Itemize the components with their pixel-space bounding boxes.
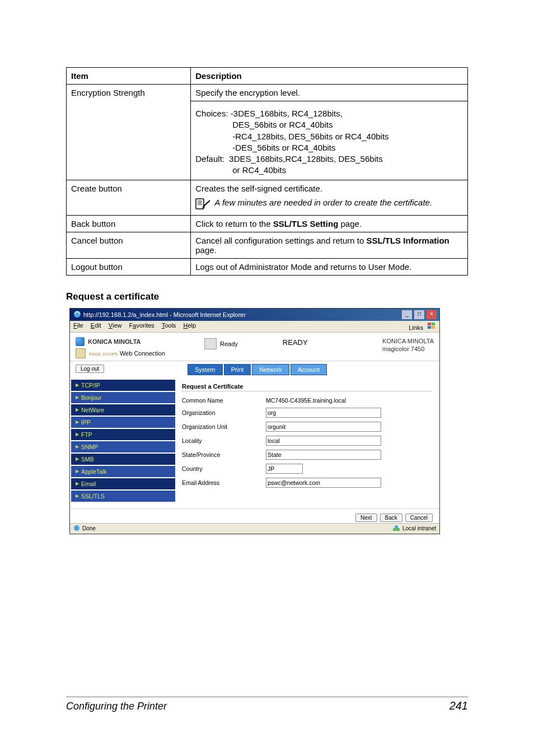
next-button[interactable]: Next [355,514,377,522]
row-encryption-desc1: Specify the encryption level. [191,85,468,101]
val-common-name: MC7450-C4395E.training.local [266,397,346,404]
pagescope-icon [76,348,86,358]
brand-text: KONICA MINOLTA [88,338,141,345]
ready-small: Ready [220,340,238,347]
row-encryption-item: Encryption Strength [67,85,191,180]
menu-view[interactable]: View [109,322,122,329]
lbl-common-name: Common Name [182,397,266,404]
maximize-button[interactable]: □ [414,310,425,320]
row-cancel-desc: Cancel all configuration settings and re… [191,232,468,258]
form-area: Request a Certificate Common Name MC7450… [175,380,438,503]
sidebar-item-bonjour[interactable]: ▶Bonjour [71,392,175,403]
row-logout-item: Logout button [67,258,191,275]
menu-file[interactable]: FFileile [73,322,83,329]
sidebar-item-tcpip[interactable]: ▶TCP/IP [71,380,175,391]
menu-tools[interactable]: Tools [162,322,176,329]
menu-favorites[interactable]: Favorites [129,322,154,329]
back-button[interactable]: Back [380,514,402,522]
th-item: Item [67,68,191,85]
lbl-locality: Locality [182,437,266,444]
input-orgunit[interactable] [266,422,381,432]
row-create-desc: Creates the self-signed certificate. A f… [191,180,468,215]
sidebar-item-ipp[interactable]: ▶IPP [71,417,175,428]
ie-flag-icon [427,324,436,331]
sidebar-item-ftp[interactable]: ▶FTP [71,429,175,440]
ie-title: http://192.168.1.2/a_index.html - Micros… [83,311,246,318]
logout-button[interactable]: Log out [76,365,104,373]
menu-help[interactable]: Help [183,322,196,329]
footer-left: Configuring the Printer [66,701,167,712]
right-brand: KONICA MINOLTA magicolor 7450 [382,337,434,353]
cancel-button[interactable]: Cancel [405,514,433,522]
ie-statusbar: Done Local intranet [70,523,439,534]
status-zone: Local intranet [402,525,436,531]
ie-titlebar: http://192.168.1.2/a_index.html - Micros… [70,309,439,321]
webconn-label: PAGE SCOPE Web Connection [89,350,165,357]
sidebar-item-snmp[interactable]: ▶SNMP [71,441,175,452]
header-area: KONICA MINOLTA PAGE SCOPE Web Connection… [70,333,439,361]
input-locality[interactable] [266,436,381,446]
lbl-state: State/Province [182,451,266,458]
row-cancel-item: Cancel button [67,232,191,258]
brand-logo-icon [76,337,85,346]
ready-big: READY [283,338,308,347]
status-done: Done [82,525,96,531]
row-logout-desc: Logs out of Administrator Mode and retur… [191,258,468,275]
links-label[interactable]: Links [409,324,423,331]
svg-rect-0 [196,199,204,209]
row-create-item: Create button [67,180,191,215]
printer-icon [204,338,217,349]
row-create-note: A few minutes are needed in order to cre… [214,198,432,207]
lbl-country: Country [182,465,266,472]
lbl-email: Email Address [182,479,266,486]
sidebar-item-ssltls[interactable]: ▶SSL/TLS [71,491,175,502]
ie-logo-icon [73,310,81,319]
sidebar-item-email[interactable]: ▶Email [71,478,175,489]
th-desc: Description [191,68,468,85]
lbl-organization: Organization [182,409,266,416]
row-back-desc: Click to return to the SSL/TLS Setting p… [191,215,468,232]
tab-network[interactable]: Network [252,364,289,375]
input-organization[interactable] [266,408,381,418]
done-icon [73,525,80,533]
tab-account[interactable]: Account [291,364,327,375]
tab-system[interactable]: System [188,364,223,375]
menu-edit[interactable]: Edit [91,322,101,329]
minimize-button[interactable]: _ [401,310,413,320]
row-back-item: Back button [67,215,191,232]
settings-table: Item Description Encryption Strength Spe… [66,67,468,276]
svg-rect-8 [432,326,435,329]
sidebar-item-smb[interactable]: ▶SMB [71,454,175,465]
sidebar-item-appletalk[interactable]: ▶AppleTalk [71,466,175,477]
svg-rect-7 [428,326,431,329]
sidebar: ▶TCP/IP ▶Bonjour ▶NetWare ▶IPP ▶FTP ▶SNM… [71,380,175,503]
form-title: Request a Certificate [182,383,432,391]
sidebar-item-netware[interactable]: ▶NetWare [71,404,175,416]
input-state[interactable] [266,450,381,460]
input-country[interactable] [266,464,303,474]
close-button[interactable]: × [426,310,437,320]
ie-window: http://192.168.1.2/a_index.html - Micros… [69,308,440,534]
page-footer: Configuring the Printer 241 [66,697,468,712]
note-icon [195,198,211,212]
input-email[interactable] [266,478,381,488]
svg-rect-5 [428,323,431,325]
section-heading: Request a certificate [66,291,468,302]
form-buttons: Next Back Cancel [70,508,439,523]
tab-row: System Print Network Account [70,364,439,375]
intranet-icon [392,525,400,533]
lbl-orgunit: Organization Unit [182,423,266,430]
tab-print[interactable]: Print [224,364,251,375]
footer-right: 241 [449,699,468,712]
row-encryption-choices: Choices: -3DES_168bits, RC4_128bits, DES… [191,101,468,180]
svg-rect-6 [432,323,435,325]
svg-point-9 [74,525,79,531]
ie-menubar: FFileile Edit View Favorites Tools Help … [70,321,439,333]
svg-point-11 [395,525,398,529]
